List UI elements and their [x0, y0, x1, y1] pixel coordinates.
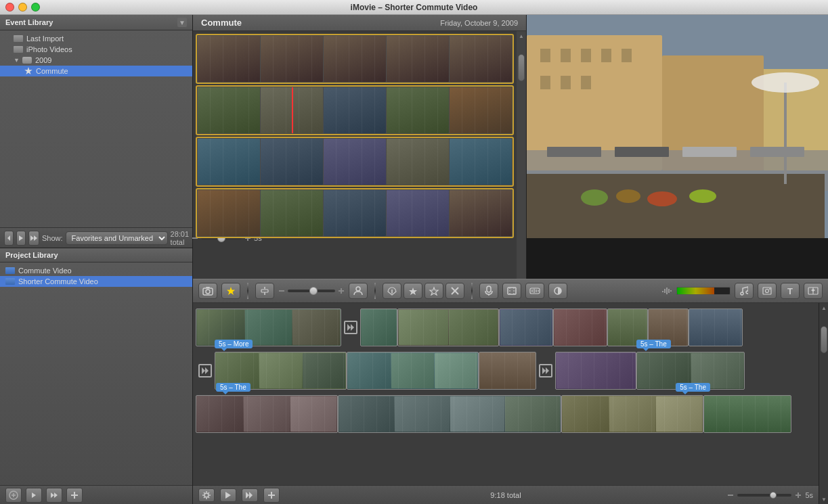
timeline-content[interactable]: 5s – In: [193, 303, 819, 485]
timeline-scroll-down[interactable]: ▼: [819, 495, 828, 504]
clip-4-4[interactable]: [387, 190, 449, 236]
timeline-clip-3[interactable]: [397, 308, 499, 346]
timeline-row3-clip-1[interactable]: [196, 395, 338, 433]
project-add-btn[interactable]: [5, 488, 22, 503]
timeline-clip-2[interactable]: [360, 308, 397, 346]
timeline-transition-1[interactable]: [341, 308, 360, 346]
clip-2-5[interactable]: [450, 87, 512, 133]
event-play-full-btn[interactable]: [28, 231, 39, 246]
timeline-clip-5[interactable]: [553, 308, 607, 346]
timeline-zoom-bottom-slider[interactable]: [737, 494, 791, 497]
timeline-zoom-slider[interactable]: [288, 290, 335, 292]
minimize-button[interactable]: [18, 3, 27, 12]
close-button[interactable]: [5, 3, 14, 12]
magic-btn[interactable]: [221, 283, 240, 299]
audio-adj-btn[interactable]: [525, 283, 544, 299]
clip-3-4[interactable]: [387, 139, 449, 185]
camera-mode-btn[interactable]: [198, 283, 217, 299]
svg-rect-48: [341, 288, 342, 294]
svg-point-71: [741, 292, 743, 295]
timeline-row2-clip-4[interactable]: [555, 352, 636, 390]
timeline-scroll-up[interactable]: ▲: [819, 303, 828, 313]
clip-2-1[interactable]: [198, 87, 260, 133]
sidebar-item-last-import[interactable]: Last Import: [0, 33, 192, 44]
timeline-scroll-thumb[interactable]: [821, 326, 827, 353]
clip-3-5[interactable]: [450, 139, 512, 185]
project-add-clip-btn[interactable]: [263, 488, 280, 503]
clip-1-3[interactable]: [324, 36, 386, 82]
clip-1-4[interactable]: [387, 36, 449, 82]
timeline-row2-clip-2[interactable]: [347, 352, 479, 390]
event-back-btn[interactable]: [4, 231, 14, 246]
project-library-title: Project Library: [5, 251, 58, 259]
timeline-scrollbar[interactable]: ▲ ▼: [819, 303, 828, 504]
event-library-collapse-btn[interactable]: ▼: [177, 18, 187, 27]
clip-2-2[interactable]: [261, 87, 323, 133]
event-library-tree: Last Import iPhoto Videos ▼ 2009 Commute: [0, 30, 192, 227]
project-play-bottom-btn[interactable]: [220, 488, 236, 502]
project-fullplay-btn[interactable]: [242, 488, 258, 502]
title-btn[interactable]: T: [781, 283, 800, 299]
svg-point-75: [769, 288, 770, 290]
clip-4-3[interactable]: [324, 190, 386, 236]
timeline-row3-clip-3[interactable]: [561, 395, 703, 433]
add-to-project-btn[interactable]: [383, 283, 401, 299]
svg-marker-10: [32, 492, 36, 498]
svg-marker-0: [7, 235, 10, 241]
clip-3-2[interactable]: [261, 139, 323, 185]
event-scrollbar[interactable]: ▲: [517, 31, 526, 279]
favorite-btn[interactable]: [404, 283, 422, 299]
clip-1-2[interactable]: [261, 36, 323, 82]
project-play-full-btn[interactable]: [46, 488, 62, 503]
sidebar-item-commute[interactable]: Commute: [0, 66, 192, 76]
clip-label-the-1: 5s – The: [636, 340, 671, 348]
reject-btn[interactable]: [445, 283, 464, 299]
mic-btn[interactable]: [479, 283, 498, 299]
sidebar-item-2009[interactable]: ▼ 2009: [0, 55, 192, 66]
event-clips-area[interactable]: [193, 31, 517, 279]
timeline-transition-row2-end[interactable]: [536, 352, 555, 390]
crop-btn[interactable]: [502, 283, 521, 299]
event-play-btn[interactable]: [16, 231, 26, 246]
timeline-row2-clip-3[interactable]: [479, 352, 536, 390]
show-select[interactable]: Favorites and Unmarked All Clips Favorit…: [66, 231, 168, 245]
color-adj-btn[interactable]: [548, 283, 567, 299]
main-area: Event Library ▼ Last Import iPhoto Video…: [0, 15, 828, 504]
clip-4-1[interactable]: [198, 190, 260, 236]
unfavorite-btn[interactable]: [424, 283, 443, 299]
photo-btn[interactable]: [758, 283, 777, 299]
transitions-btn[interactable]: [804, 283, 823, 299]
project-timeline: 5s – In: [193, 303, 819, 504]
timeline-clip-8[interactable]: [689, 308, 743, 346]
svg-marker-41: [206, 287, 210, 288]
clip-2-4[interactable]: [387, 87, 449, 133]
maximize-button[interactable]: [31, 3, 40, 12]
project-settings-btn[interactable]: [198, 488, 215, 502]
svg-point-33: [581, 189, 608, 206]
clip-1-1[interactable]: [198, 36, 260, 82]
music-btn[interactable]: [735, 283, 754, 299]
timeline-clip-4[interactable]: 5s – In: [499, 308, 553, 346]
scroll-up-arrow[interactable]: ▲: [517, 31, 526, 41]
timeline-row3-clip-4[interactable]: [703, 395, 791, 433]
sidebar-item-iphoto-videos[interactable]: iPhoto Videos: [0, 44, 192, 55]
clip-3-1[interactable]: [198, 139, 260, 185]
clip-4-2[interactable]: [261, 190, 323, 236]
clip-1-5[interactable]: [450, 36, 512, 82]
add-to-project-btn[interactable]: [66, 488, 83, 503]
adjust-btn[interactable]: [255, 283, 274, 299]
clip-2-3[interactable]: [324, 87, 386, 133]
scroll-thumb[interactable]: [518, 54, 525, 81]
svg-rect-26: [581, 76, 591, 89]
project-item-shorter-commute[interactable]: Shorter Commute Video: [0, 276, 192, 287]
svg-marker-1: [19, 235, 23, 241]
clip-4-5[interactable]: [450, 190, 512, 236]
timeline-transition-row2-start[interactable]: [196, 352, 215, 390]
project-play-btn[interactable]: [26, 488, 42, 503]
people-btn[interactable]: [349, 283, 368, 299]
timeline-row3-clip-2[interactable]: [338, 395, 561, 433]
project-item-commute-video[interactable]: Commute Video: [0, 265, 192, 276]
svg-rect-30: [682, 147, 737, 157]
transition-icon-1: [344, 321, 357, 334]
clip-3-3[interactable]: [324, 139, 386, 185]
